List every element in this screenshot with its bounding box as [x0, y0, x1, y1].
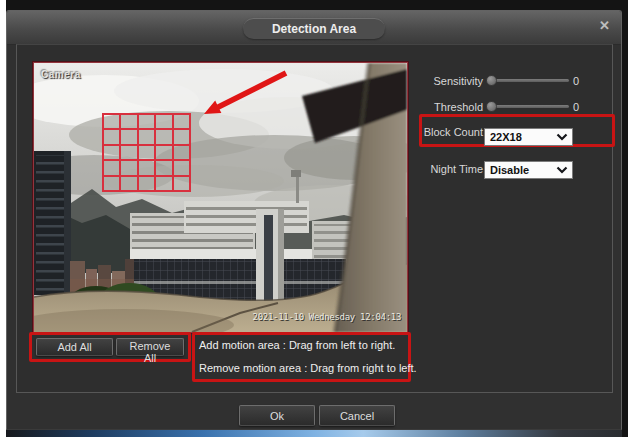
threshold-slider-thumb[interactable]: [486, 101, 497, 112]
left-tower: [34, 151, 71, 295]
grid-cell: [103, 145, 120, 160]
remove-all-button[interactable]: Remove All: [116, 338, 184, 356]
grid-cell: [103, 114, 120, 129]
threshold-label: Threshold: [407, 100, 483, 114]
grid-cell: [138, 160, 155, 175]
grid-cell: [173, 114, 190, 129]
night-time-label: Night Time: [407, 162, 483, 176]
chevron-down-icon: [556, 166, 568, 174]
block-count-dropdown[interactable]: 22X18: [484, 128, 573, 146]
grid-cell: [103, 160, 120, 175]
sensitivity-value: 0: [573, 74, 579, 88]
cancel-button[interactable]: Cancel: [319, 405, 395, 426]
sensitivity-slider-thumb[interactable]: [486, 75, 497, 86]
add-all-button[interactable]: Add All: [36, 338, 113, 356]
grid-cell: [155, 145, 172, 160]
grid-cell: [155, 160, 172, 175]
help-add-line: Add motion area : Drag from left to righ…: [199, 339, 395, 351]
ok-button[interactable]: Ok: [239, 405, 315, 426]
cityscape-photo: [34, 63, 407, 332]
grid-cell: [138, 145, 155, 160]
help-remove-line: Remove motion area : Drag from right to …: [199, 362, 417, 374]
grid-cell: [138, 176, 155, 191]
grid-cell: [120, 176, 137, 191]
threshold-value: 0: [573, 100, 579, 114]
threshold-slider[interactable]: [486, 101, 572, 113]
grid-cell: [173, 129, 190, 144]
grid-cell: [173, 160, 190, 175]
grid-cell: [173, 145, 190, 160]
page-accent-strip: [6, 430, 622, 437]
grid-cell: [138, 114, 155, 129]
grid-cell: [138, 129, 155, 144]
chevron-down-icon: [556, 133, 568, 141]
camera-osd-timestamp: 2021-11-10 Wednesday 12:04:13: [253, 312, 401, 322]
grid-cell: [103, 129, 120, 144]
grid-cell: [155, 176, 172, 191]
camera-preview-surface[interactable]: Camera 2021-11-10 Wednesday 12:04:13: [33, 62, 408, 333]
sensitivity-slider-track[interactable]: [491, 79, 569, 82]
detection-grid: [102, 113, 191, 192]
grid-cell: [173, 176, 190, 191]
night-time-selected: Disable: [490, 164, 529, 176]
detection-area-dialog: Detection Area ✕: [6, 10, 622, 430]
sensitivity-label: Sensitivity: [407, 74, 483, 88]
grid-cell: [155, 129, 172, 144]
grid-cell: [120, 145, 137, 160]
night-time-dropdown[interactable]: Disable: [484, 161, 573, 179]
dialog-titlebar: Detection Area ✕: [7, 11, 621, 45]
camera-osd-label: Camera: [41, 69, 81, 80]
grid-cell: [120, 114, 137, 129]
grid-cell: [120, 160, 137, 175]
block-count-selected: 22X18: [490, 131, 522, 143]
grid-cell: [155, 114, 172, 129]
close-icon[interactable]: ✕: [599, 19, 610, 33]
dialog-title: Detection Area: [243, 18, 385, 39]
grid-cell: [103, 176, 120, 191]
sensitivity-slider[interactable]: [486, 75, 572, 87]
block-count-label: Block Count: [407, 125, 483, 139]
threshold-slider-track[interactable]: [491, 105, 569, 108]
grid-cell: [120, 129, 137, 144]
